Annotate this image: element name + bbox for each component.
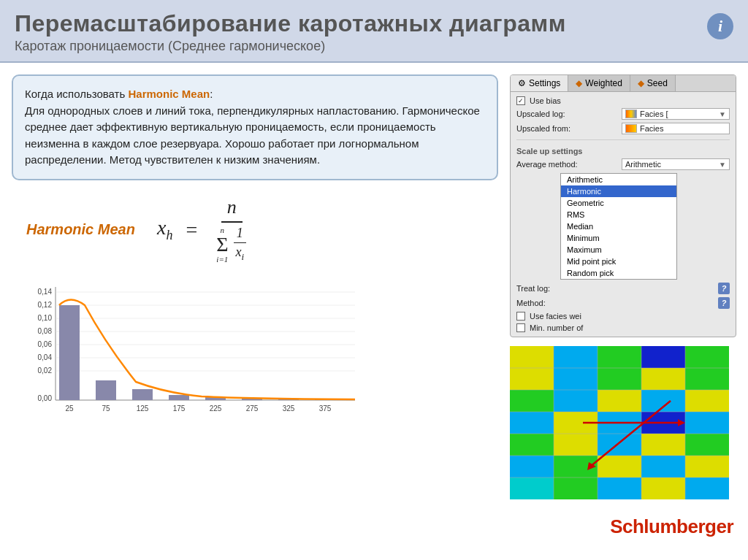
formula-eq: = xyxy=(186,218,197,242)
svg-text:0,12: 0,12 xyxy=(38,301,53,309)
page-title: Перемасштабирование каротажных диаграмм xyxy=(15,10,733,37)
inner-num: 1 xyxy=(234,226,246,243)
settings-body: Use bias Upscaled log: Facies [ ▼ Upsca xyxy=(511,92,736,337)
use-bias-checkbox[interactable] xyxy=(516,96,525,105)
treat-log-help-icon[interactable]: ? xyxy=(718,283,730,294)
svg-text:175: 175 xyxy=(173,404,186,413)
upscaled-from-select[interactable]: Facies xyxy=(622,123,730,134)
svg-text:0,14: 0,14 xyxy=(38,288,53,296)
svg-text:375: 375 xyxy=(319,404,332,413)
formula-denominator: n Σ i=1 1 xi xyxy=(210,223,253,264)
grid-visualization xyxy=(510,346,736,507)
treat-log-label: Treat log: xyxy=(516,284,711,293)
dropdown-minimum[interactable]: Minimum xyxy=(561,232,676,244)
chart-svg: 0,14 0,12 0,10 0,08 0,06 0,04 0,02 0,00 xyxy=(19,280,370,426)
svg-text:125: 125 xyxy=(137,404,149,413)
page-subtitle: Каротаж проницаемости (Среднее гармониче… xyxy=(15,39,733,54)
upscaled-log-row: Upscaled log: Facies [ ▼ xyxy=(516,108,730,120)
upscaled-log-color xyxy=(625,110,637,118)
average-method-select[interactable]: Arithmetic ▼ xyxy=(622,158,730,170)
dropdown-midpoint[interactable]: Mid point pick xyxy=(561,256,676,267)
tab-seed[interactable]: ◆ Seed xyxy=(630,75,676,91)
cell-6-2 xyxy=(598,477,641,499)
method-label: Method: xyxy=(516,299,711,307)
dropdown-maximum[interactable]: Maximum xyxy=(561,244,676,256)
use-facies-label: Use facies wei xyxy=(530,312,730,321)
bar-1 xyxy=(59,305,80,400)
svg-text:0,06: 0,06 xyxy=(38,340,53,348)
slide: Перемасштабирование каротажных диаграмм … xyxy=(0,0,748,560)
right-panel: ⚙ Settings ◆ Weighted ◆ Seed xyxy=(510,74,736,542)
cell-2-4 xyxy=(685,390,729,412)
cell-1-0 xyxy=(510,368,554,390)
upscaled-from-color xyxy=(625,124,637,133)
cell-5-2 xyxy=(598,456,641,477)
left-panel: Когда использовать Harmonic Mean: Для од… xyxy=(12,74,498,542)
svg-text:0,00: 0,00 xyxy=(38,394,53,402)
use-facies-row: Use facies wei xyxy=(516,312,730,321)
settings-panel: ⚙ Settings ◆ Weighted ◆ Seed xyxy=(510,74,736,337)
dropdown-harmonic[interactable]: Harmonic xyxy=(561,185,676,197)
upscaled-from-value: Facies xyxy=(640,124,663,133)
cell-4-2 xyxy=(598,434,641,456)
cell-6-3 xyxy=(641,477,685,499)
cell-1-2 xyxy=(598,368,641,390)
dropdown-rms[interactable]: RMS xyxy=(561,209,676,220)
cell-0-3 xyxy=(641,346,685,368)
schlumberger-text: Schlumberger xyxy=(610,515,733,537)
formula-numerator: n xyxy=(221,196,243,223)
min-number-row: Min. number of xyxy=(516,323,730,332)
upscaled-log-select[interactable]: Facies [ ▼ xyxy=(622,108,730,120)
dropdown-arithmetic[interactable]: Arithmetic xyxy=(561,174,676,185)
info-label-prefix: Когда использовать xyxy=(25,88,128,100)
cell-5-0 xyxy=(510,456,554,477)
dropdown-geometric[interactable]: Geometric xyxy=(561,197,676,209)
chart-container: 0,14 0,12 0,10 0,08 0,06 0,04 0,02 0,00 xyxy=(12,280,498,429)
cell-4-3 xyxy=(641,434,685,456)
bar-4 xyxy=(169,395,189,400)
info-box: Когда использовать Harmonic Mean: Для од… xyxy=(12,74,498,180)
cell-2-2 xyxy=(598,390,641,412)
cell-1-3 xyxy=(641,368,685,390)
method-row: Method: ? xyxy=(516,297,730,309)
tab-weighted[interactable]: ◆ Weighted xyxy=(568,75,630,91)
formula-lhs: xh xyxy=(157,216,172,243)
cell-2-1 xyxy=(554,390,598,412)
cell-4-0 xyxy=(510,434,554,456)
info-label-bold: Harmonic Mean xyxy=(128,88,210,100)
use-facies-checkbox[interactable] xyxy=(516,312,525,321)
upscaled-log-value: Facies [ xyxy=(640,110,668,118)
svg-text:75: 75 xyxy=(102,404,110,413)
cell-3-0 xyxy=(510,412,554,434)
settings-tab-label: Settings xyxy=(529,78,560,88)
settings-tab-icon: ⚙ xyxy=(518,78,526,88)
sigma-limits: n Σ i=1 xyxy=(216,226,228,264)
method-help-icon[interactable]: ? xyxy=(718,297,730,309)
cell-6-4 xyxy=(685,477,729,499)
formula-fraction: n n Σ i=1 1 xi xyxy=(210,196,253,264)
main-content: Когда использовать Harmonic Mean: Для од… xyxy=(0,63,748,550)
grid-svg xyxy=(510,346,729,507)
cell-0-4 xyxy=(685,346,729,368)
dropdown-median[interactable]: Median xyxy=(561,220,676,232)
upscaled-log-label: Upscaled log: xyxy=(516,110,617,118)
bar-3 xyxy=(132,389,153,400)
cell-6-1 xyxy=(554,477,598,499)
cell-0-0 xyxy=(510,346,554,368)
formula-display: xh = n n Σ i=1 1 xyxy=(157,196,253,264)
upscaled-from-label: Upscaled from: xyxy=(516,124,617,133)
cell-0-1 xyxy=(554,346,598,368)
min-number-checkbox[interactable] xyxy=(516,323,525,332)
use-bias-label: Use bias xyxy=(530,96,730,105)
info-icon[interactable]: i xyxy=(707,13,733,39)
tab-settings[interactable]: ⚙ Settings xyxy=(511,75,568,91)
seed-tab-icon: ◆ xyxy=(638,78,644,88)
average-method-arrow: ▼ xyxy=(719,161,726,169)
svg-text:275: 275 xyxy=(246,404,259,413)
dropdown-randompick[interactable]: Random pick xyxy=(561,267,676,279)
info-body: Для однородных слоев и линий тока, перпе… xyxy=(25,104,480,166)
header: Перемасштабирование каротажных диаграмм … xyxy=(0,0,748,63)
weighted-tab-label: Weighted xyxy=(585,78,622,88)
formula-label: Harmonic Mean xyxy=(26,221,135,238)
divider-1 xyxy=(516,139,730,140)
